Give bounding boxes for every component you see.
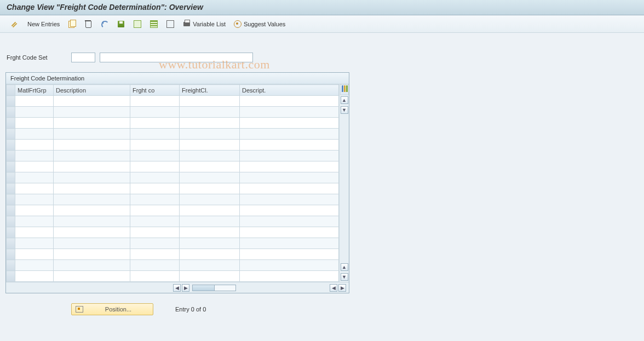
cell[interactable] <box>130 205 180 216</box>
cell[interactable] <box>54 205 130 216</box>
cell[interactable] <box>130 161 180 172</box>
table-row[interactable] <box>7 271 339 282</box>
cell[interactable] <box>240 140 339 151</box>
cell[interactable] <box>15 194 54 205</box>
scroll-left-button[interactable]: ◀ <box>173 284 181 292</box>
cell[interactable] <box>15 205 54 216</box>
row-selector[interactable] <box>7 194 15 205</box>
col-freight-cl[interactable]: FreightCl. <box>180 85 240 96</box>
cell[interactable] <box>15 249 54 260</box>
cell[interactable] <box>54 129 130 140</box>
cell[interactable] <box>240 205 339 216</box>
select-block-button[interactable] <box>147 18 161 30</box>
row-selector[interactable] <box>7 172 15 183</box>
cell[interactable] <box>240 118 339 129</box>
cell[interactable] <box>130 183 180 194</box>
table-row[interactable] <box>7 107 339 118</box>
cell[interactable] <box>240 194 339 205</box>
cell[interactable] <box>54 260 130 271</box>
table-row[interactable] <box>7 205 339 216</box>
cell[interactable] <box>130 227 180 238</box>
cell[interactable] <box>54 161 130 172</box>
cell[interactable] <box>15 129 54 140</box>
undo-button[interactable] <box>97 18 112 30</box>
configure-columns-icon[interactable] <box>341 85 349 94</box>
freight-code-set-code-input[interactable] <box>71 53 95 62</box>
row-selector[interactable] <box>7 107 15 118</box>
table-row[interactable] <box>7 172 339 183</box>
cell[interactable] <box>54 194 130 205</box>
cell[interactable] <box>180 249 240 260</box>
save-button[interactable] <box>114 18 128 30</box>
row-selector[interactable] <box>7 216 15 227</box>
table-row[interactable] <box>7 238 339 249</box>
row-selector-header[interactable] <box>7 85 15 96</box>
table-row[interactable] <box>7 151 339 161</box>
vertical-scrollbar[interactable]: ▲ ▼ ▲ ▼ <box>339 84 349 282</box>
cell[interactable] <box>180 227 240 238</box>
cell[interactable] <box>54 227 130 238</box>
cell[interactable] <box>54 172 130 183</box>
cell[interactable] <box>180 118 240 129</box>
cell[interactable] <box>240 172 339 183</box>
table-row[interactable] <box>7 194 339 205</box>
row-selector[interactable] <box>7 161 15 172</box>
cell[interactable] <box>240 227 339 238</box>
cell[interactable] <box>130 172 180 183</box>
table-row[interactable] <box>7 129 339 140</box>
col-frght-co[interactable]: Frght co <box>130 85 180 96</box>
scroll-right-button[interactable]: ▶ <box>182 284 189 292</box>
cell[interactable] <box>240 183 339 194</box>
cell[interactable] <box>130 260 180 271</box>
cell[interactable] <box>15 96 54 107</box>
cell[interactable] <box>240 260 339 271</box>
position-button[interactable]: Position... <box>71 303 153 315</box>
cell[interactable] <box>130 129 180 140</box>
horizontal-scrollbar[interactable]: ◀ ▶ ◀ ▶ <box>6 282 349 293</box>
scroll-down-button[interactable]: ▼ <box>341 106 348 114</box>
cell[interactable] <box>130 96 180 107</box>
cell[interactable] <box>240 107 339 118</box>
cell[interactable] <box>15 227 54 238</box>
table-row[interactable] <box>7 118 339 129</box>
cell[interactable] <box>130 238 180 249</box>
cell[interactable] <box>54 249 130 260</box>
copy-button[interactable] <box>65 18 79 30</box>
table-row[interactable] <box>7 216 339 227</box>
table-row[interactable] <box>7 249 339 260</box>
row-selector[interactable] <box>7 129 15 140</box>
cell[interactable] <box>180 260 240 271</box>
cell[interactable] <box>15 260 54 271</box>
cell[interactable] <box>15 107 54 118</box>
col-description[interactable]: Description <box>54 85 130 96</box>
cell[interactable] <box>15 172 54 183</box>
cell[interactable] <box>54 107 130 118</box>
cell[interactable] <box>180 183 240 194</box>
cell[interactable] <box>15 183 54 194</box>
table-row[interactable] <box>7 96 339 107</box>
cell[interactable] <box>180 216 240 227</box>
cell[interactable] <box>54 140 130 151</box>
cell[interactable] <box>240 249 339 260</box>
cell[interactable] <box>130 151 180 161</box>
row-selector[interactable] <box>7 140 15 151</box>
cell[interactable] <box>180 161 240 172</box>
cell[interactable] <box>180 205 240 216</box>
cell[interactable] <box>15 271 54 282</box>
cell[interactable] <box>240 216 339 227</box>
cell[interactable] <box>240 271 339 282</box>
cell[interactable] <box>130 140 180 151</box>
cell[interactable] <box>240 96 339 107</box>
freight-code-set-desc-input[interactable] <box>100 53 253 62</box>
cell[interactable] <box>54 238 130 249</box>
print-button[interactable]: Variable List <box>180 18 228 30</box>
cell[interactable] <box>15 216 54 227</box>
cell[interactable] <box>130 216 180 227</box>
cell[interactable] <box>54 216 130 227</box>
cell[interactable] <box>54 96 130 107</box>
cell[interactable] <box>15 140 54 151</box>
cell[interactable] <box>180 172 240 183</box>
scroll-up-button-bottom[interactable]: ▲ <box>341 263 348 271</box>
cell[interactable] <box>180 107 240 118</box>
scroll-up-button[interactable]: ▲ <box>341 96 348 104</box>
